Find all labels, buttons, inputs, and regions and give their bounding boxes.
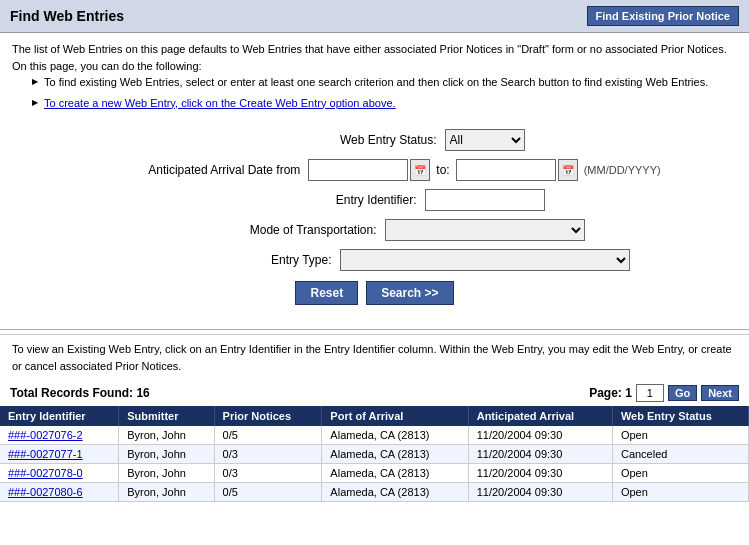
cell-submitter: Byron, John — [119, 483, 214, 502]
calendar-from-button[interactable]: 📅 — [410, 159, 430, 181]
cell-entry-id: ###-0027077-1 — [0, 445, 119, 464]
transport-select[interactable] — [385, 219, 585, 241]
transport-label: Mode of Transportation: — [165, 223, 385, 237]
col-submitter: Submitter — [119, 406, 214, 426]
go-button[interactable]: Go — [668, 385, 697, 401]
cell-submitter: Byron, John — [119, 426, 214, 445]
pagination: Page: 1 Go Next — [589, 384, 739, 402]
cell-status: Open — [612, 426, 748, 445]
cell-prior-notices: 0/3 — [214, 445, 322, 464]
cell-status: Open — [612, 483, 748, 502]
col-status: Web Entry Status — [612, 406, 748, 426]
col-port: Port of Arrival — [322, 406, 468, 426]
status-select[interactable]: All Open Canceled — [445, 129, 525, 151]
col-prior-notices: Prior Notices — [214, 406, 322, 426]
col-arrival: Anticipated Arrival — [468, 406, 612, 426]
entry-id-link[interactable]: ###-0027080-6 — [8, 486, 83, 498]
cell-submitter: Byron, John — [119, 464, 214, 483]
to-label: to: — [436, 163, 449, 177]
status-label: Web Entry Status: — [225, 133, 445, 147]
cell-submitter: Byron, John — [119, 445, 214, 464]
entry-id-label: Entry Identifier: — [205, 193, 425, 207]
next-button[interactable]: Next — [701, 385, 739, 401]
results-table: Entry Identifier Submitter Prior Notices… — [0, 406, 749, 502]
date-format-label: (MM/DD/YYYY) — [584, 164, 661, 176]
cell-status: Canceled — [612, 445, 748, 464]
entry-type-row: Entry Type: — [0, 249, 749, 271]
create-web-entry-link[interactable]: To create a new Web Entry, click on the … — [44, 97, 396, 109]
cell-status: Open — [612, 464, 748, 483]
page-input[interactable] — [636, 384, 664, 402]
cell-prior-notices: 0/5 — [214, 426, 322, 445]
reset-button[interactable]: Reset — [295, 281, 358, 305]
total-records: Total Records Found: 16 — [10, 386, 150, 400]
cell-port: Alameda, CA (2813) — [322, 445, 468, 464]
view-info: To view an Existing Web Entry, click on … — [0, 334, 749, 380]
find-existing-prior-notice-button[interactable]: Find Existing Prior Notice — [587, 6, 739, 26]
col-entry-id: Entry Identifier — [0, 406, 119, 426]
entry-id-row: Entry Identifier: — [0, 189, 749, 211]
cell-prior-notices: 0/5 — [214, 483, 322, 502]
table-body: ###-0027076-2 Byron, John 0/5 Alameda, C… — [0, 426, 749, 502]
cell-arrival: 11/20/2004 09:30 — [468, 464, 612, 483]
search-form: Web Entry Status: All Open Canceled Anti… — [0, 123, 749, 325]
arrival-date-row: Anticipated Arrival Date from 📅 to: 📅 (M… — [0, 159, 749, 181]
entry-type-select[interactable] — [340, 249, 630, 271]
cell-arrival: 11/20/2004 09:30 — [468, 483, 612, 502]
cell-port: Alameda, CA (2813) — [322, 464, 468, 483]
search-button[interactable]: Search >> — [366, 281, 453, 305]
cell-prior-notices: 0/3 — [214, 464, 322, 483]
arrival-date-from-input[interactable] — [308, 159, 408, 181]
description-main: The list of Web Entries on this page def… — [12, 41, 737, 74]
cell-arrival: 11/20/2004 09:30 — [468, 426, 612, 445]
table-header: Entry Identifier Submitter Prior Notices… — [0, 406, 749, 426]
entry-id-link[interactable]: ###-0027077-1 — [8, 448, 83, 460]
cell-entry-id: ###-0027076-2 — [0, 426, 119, 445]
page-title: Find Web Entries — [10, 8, 124, 24]
cell-arrival: 11/20/2004 09:30 — [468, 445, 612, 464]
page-header: Find Web Entries Find Existing Prior Not… — [0, 0, 749, 33]
arrival-date-to-input[interactable] — [456, 159, 556, 181]
bullet-list: To find existing Web Entries, select or … — [32, 74, 737, 111]
page-label: Page: 1 — [589, 386, 632, 400]
bullet-2: To create a new Web Entry, click on the … — [32, 95, 737, 112]
calendar-to-button[interactable]: 📅 — [558, 159, 578, 181]
entry-id-link[interactable]: ###-0027078-0 — [8, 467, 83, 479]
cell-entry-id: ###-0027078-0 — [0, 464, 119, 483]
arrival-date-label: Anticipated Arrival Date from — [88, 163, 308, 177]
entry-id-link[interactable]: ###-0027076-2 — [8, 429, 83, 441]
table-row: ###-0027077-1 Byron, John 0/3 Alameda, C… — [0, 445, 749, 464]
entry-id-input[interactable] — [425, 189, 545, 211]
form-buttons: Reset Search >> — [0, 281, 749, 305]
table-row: ###-0027078-0 Byron, John 0/3 Alameda, C… — [0, 464, 749, 483]
table-row: ###-0027080-6 Byron, John 0/5 Alameda, C… — [0, 483, 749, 502]
description-block: The list of Web Entries on this page def… — [0, 33, 749, 123]
cell-port: Alameda, CA (2813) — [322, 483, 468, 502]
entry-type-label: Entry Type: — [120, 253, 340, 267]
cell-port: Alameda, CA (2813) — [322, 426, 468, 445]
table-row: ###-0027076-2 Byron, John 0/5 Alameda, C… — [0, 426, 749, 445]
transport-row: Mode of Transportation: — [0, 219, 749, 241]
bullet-1: To find existing Web Entries, select or … — [32, 74, 737, 91]
cell-entry-id: ###-0027080-6 — [0, 483, 119, 502]
status-row: Web Entry Status: All Open Canceled — [0, 129, 749, 151]
form-divider — [0, 329, 749, 330]
results-header: Total Records Found: 16 Page: 1 Go Next — [0, 380, 749, 406]
